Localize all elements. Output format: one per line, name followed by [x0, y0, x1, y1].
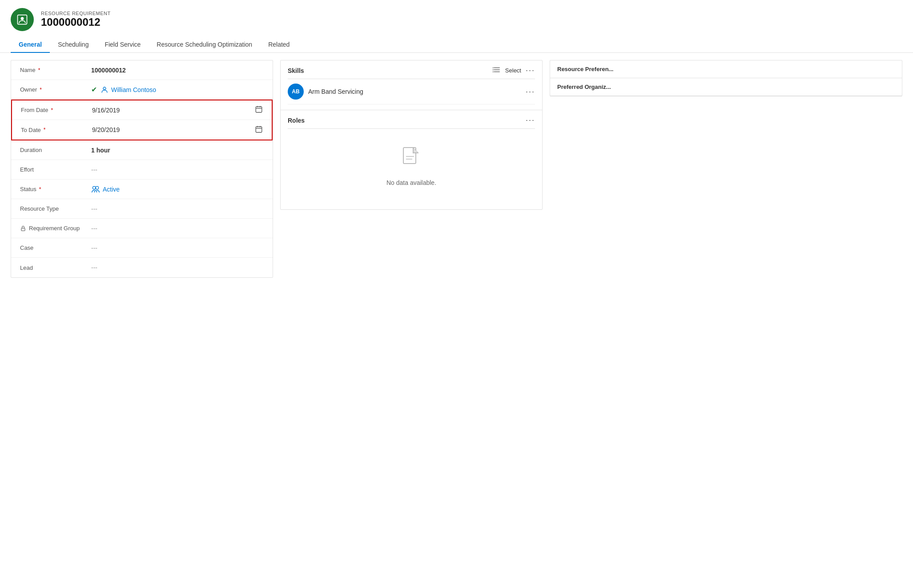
skills-select-button[interactable]: Select: [505, 67, 521, 74]
roles-more-button[interactable]: ···: [526, 116, 535, 125]
skills-actions: Select ···: [493, 66, 535, 75]
page-header: RESOURCE REQUIREMENT 1000000012: [0, 0, 913, 36]
to-date-value[interactable]: 9/20/2019: [92, 126, 255, 133]
general-form: Name * 1000000012 Owner * ✔ William Cont…: [11, 60, 273, 278]
tab-bar: General Scheduling Field Service Resourc…: [0, 36, 913, 53]
req-group-label: Requirement Group: [20, 225, 91, 232]
resource-type-value[interactable]: ---: [91, 205, 264, 212]
field-row-req-group: Requirement Group ---: [11, 219, 273, 238]
main-content: Name * 1000000012 Owner * ✔ William Cont…: [0, 53, 913, 285]
svg-point-2: [103, 87, 106, 90]
owner-label: Owner *: [20, 86, 91, 93]
resource-requirement-icon: [16, 13, 28, 26]
name-value[interactable]: 1000000012: [91, 67, 264, 74]
field-row-resource-type: Resource Type ---: [11, 199, 273, 219]
verified-icon: ✔: [91, 85, 97, 94]
to-date-calendar-icon[interactable]: [255, 125, 263, 135]
status-required: *: [39, 186, 41, 192]
entity-id: 1000000012: [41, 16, 111, 28]
case-value[interactable]: ---: [91, 244, 264, 252]
field-row-to-date: To Date * 9/20/2019: [12, 120, 272, 140]
effort-value[interactable]: ---: [91, 166, 264, 173]
tab-general[interactable]: General: [11, 36, 50, 52]
tab-related[interactable]: Related: [260, 36, 298, 52]
entity-icon: [11, 8, 34, 31]
list-icon[interactable]: [493, 66, 501, 75]
preferred-org-label: Preferred Organiz...: [557, 84, 895, 90]
skill-left: AB Arm Band Servicing: [288, 84, 363, 100]
no-data-icon: [401, 147, 422, 176]
roles-header: Roles ···: [288, 116, 535, 129]
svg-rect-13: [21, 228, 25, 231]
status-icon: [91, 185, 100, 194]
header-text: RESOURCE REQUIREMENT 1000000012: [41, 11, 111, 28]
from-date-calendar-icon[interactable]: [255, 105, 263, 115]
tab-field-service[interactable]: Field Service: [97, 36, 149, 52]
roles-title: Roles: [288, 117, 305, 124]
skill-name: Arm Band Servicing: [308, 88, 363, 95]
skills-section: Skills Select ···: [281, 60, 542, 110]
svg-rect-7: [256, 127, 262, 132]
person-icon: [101, 86, 109, 94]
svg-point-1: [21, 17, 24, 20]
roles-no-data: No data available.: [288, 129, 535, 204]
status-label: Status *: [20, 186, 91, 192]
name-required-star: *: [38, 67, 40, 73]
owner-value[interactable]: ✔ William Contoso: [91, 85, 264, 94]
resource-preferences-section: Resource Preferen...: [550, 60, 902, 78]
lock-icon: [20, 225, 26, 232]
resource-preferences-label: Resource Preferen...: [557, 66, 895, 72]
effort-label: Effort: [20, 166, 91, 173]
to-date-required: *: [44, 127, 46, 133]
skills-more-button[interactable]: ···: [526, 66, 535, 75]
from-date-value[interactable]: 9/16/2019: [92, 107, 255, 114]
skill-item: AB Arm Band Servicing ···: [288, 79, 535, 104]
lead-label: Lead: [20, 264, 91, 271]
skill-item-more-button[interactable]: ···: [526, 87, 535, 96]
no-data-text: No data available.: [386, 179, 436, 186]
from-date-required: *: [51, 107, 53, 113]
status-value[interactable]: Active: [91, 185, 264, 194]
field-row-owner: Owner * ✔ William Contoso: [11, 80, 273, 100]
svg-point-12: [96, 186, 99, 189]
right-panel: Resource Preferen... Preferred Organiz..…: [550, 60, 902, 96]
resource-type-label: Resource Type: [20, 205, 91, 212]
field-row-lead: Lead ---: [11, 258, 273, 277]
skills-title: Skills: [288, 67, 304, 74]
skills-roles-panel: Skills Select ···: [280, 60, 543, 210]
skills-header: Skills Select ···: [288, 66, 535, 79]
field-row-status: Status * Active: [11, 180, 273, 199]
field-row-duration: Duration 1 hour: [11, 140, 273, 160]
to-date-label: To Date *: [21, 127, 92, 133]
entity-label: RESOURCE REQUIREMENT: [41, 11, 111, 16]
lead-value[interactable]: ---: [91, 264, 264, 271]
svg-point-11: [93, 186, 96, 189]
roles-section: Roles ··· No data available.: [281, 110, 542, 209]
from-date-label: From Date *: [21, 107, 92, 113]
owner-required-star: *: [40, 87, 42, 93]
svg-rect-3: [256, 107, 262, 112]
case-label: Case: [20, 244, 91, 251]
duration-label: Duration: [20, 147, 91, 153]
name-label: Name *: [20, 67, 91, 73]
field-row-case: Case ---: [11, 238, 273, 258]
skill-avatar: AB: [288, 84, 304, 100]
duration-value[interactable]: 1 hour: [91, 147, 264, 154]
field-row-effort: Effort ---: [11, 160, 273, 180]
tab-scheduling[interactable]: Scheduling: [50, 36, 97, 52]
date-group: From Date * 9/16/2019 To Date *: [11, 100, 273, 140]
field-row-name: Name * 1000000012: [11, 60, 273, 80]
field-row-from-date: From Date * 9/16/2019: [12, 100, 272, 120]
preferred-org-section: Preferred Organiz...: [550, 78, 902, 96]
req-group-value[interactable]: ---: [91, 225, 264, 232]
tab-rso[interactable]: Resource Scheduling Optimization: [149, 36, 260, 52]
